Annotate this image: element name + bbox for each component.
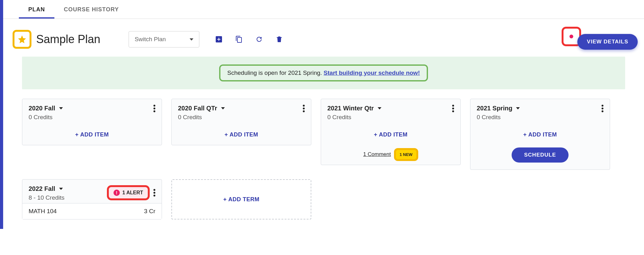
course-row[interactable]: MATH 104 3 Cr: [22, 203, 162, 219]
caret-down-icon: [190, 38, 193, 41]
caret-down-icon[interactable]: [378, 107, 381, 109]
add-item-button[interactable]: + ADD ITEM: [321, 125, 460, 145]
term-menu-button[interactable]: [153, 105, 155, 112]
plus-square-icon: [215, 36, 223, 43]
terms-row-2: 2022 Fall 8 - 10 Credits ! 1 ALERT MATH …: [3, 170, 644, 229]
caret-down-icon[interactable]: [59, 107, 63, 109]
copy-plan-button[interactable]: [235, 35, 243, 44]
switch-plan-dropdown[interactable]: Switch Plan: [129, 31, 199, 47]
term-title: 2020 Fall: [29, 105, 55, 112]
term-menu-button[interactable]: [153, 189, 155, 197]
term-menu-button[interactable]: [452, 105, 454, 112]
tab-course-history[interactable]: COURSE HISTORY: [54, 0, 128, 19]
caret-down-icon[interactable]: [221, 107, 225, 109]
star-icon: [17, 35, 27, 44]
comment-link[interactable]: 1 Comment: [363, 151, 391, 157]
scheduling-banner: Scheduling is open for 2021 Spring. Star…: [22, 57, 625, 89]
add-item-button[interactable]: + ADD ITEM: [22, 125, 162, 145]
add-plan-button[interactable]: [214, 35, 223, 44]
alert-icon: !: [114, 190, 120, 196]
switch-plan-label: Switch Plan: [135, 36, 166, 43]
tab-plan[interactable]: PLAN: [19, 0, 54, 19]
term-card-2021-winter-qtr: 2021 Winter Qtr 0 Credits + ADD ITEM 1 C…: [321, 99, 461, 165]
banner-link[interactable]: Start building your schedule now!: [324, 69, 420, 76]
caret-down-icon[interactable]: [516, 107, 520, 109]
term-card-2020-fall-qtr: 2020 Fall QTr 0 Credits + ADD ITEM: [171, 99, 311, 145]
plan-title: Sample Plan: [36, 33, 100, 46]
alert-badge[interactable]: ! 1 ALERT: [107, 185, 150, 200]
new-badge: 1 NEW: [394, 148, 418, 161]
notification-dot-icon: [569, 35, 573, 38]
term-card-2020-fall: 2020 Fall 0 Credits + ADD ITEM: [22, 99, 162, 145]
alert-text: 1 ALERT: [122, 190, 143, 196]
course-code: MATH 104: [29, 208, 57, 215]
copy-icon: [235, 36, 243, 43]
term-card-2022-fall: 2022 Fall 8 - 10 Credits ! 1 ALERT MATH …: [22, 179, 162, 219]
term-credits: 8 - 10 Credits: [29, 194, 64, 201]
term-menu-button[interactable]: [602, 105, 603, 112]
term-title: 2021 Winter Qtr: [327, 105, 374, 112]
add-term-button[interactable]: + ADD TERM: [171, 179, 311, 219]
term-menu-button[interactable]: [303, 105, 305, 112]
plan-header: Sample Plan Switch Plan VIEW DETAILS: [3, 19, 644, 57]
term-title: 2020 Fall QTr: [178, 105, 217, 112]
term-credits: 0 Credits: [178, 114, 225, 121]
refresh-icon: [255, 36, 263, 43]
view-details-button[interactable]: VIEW DETAILS: [577, 34, 638, 50]
course-credits: 3 Cr: [144, 208, 155, 215]
tabs: PLAN COURSE HISTORY: [3, 0, 644, 19]
term-credits: 0 Credits: [29, 114, 63, 121]
term-credits: 0 Credits: [327, 114, 381, 121]
refresh-button[interactable]: [255, 35, 264, 44]
term-title: 2021 Spring: [477, 105, 512, 112]
banner-text: Scheduling is open for 2021 Spring.: [227, 69, 324, 76]
caret-down-icon[interactable]: [59, 188, 63, 190]
trash-icon: [275, 36, 283, 43]
delete-plan-button[interactable]: [275, 35, 284, 44]
add-item-button[interactable]: + ADD ITEM: [470, 125, 610, 145]
add-item-button[interactable]: + ADD ITEM: [172, 125, 311, 145]
term-card-2021-spring: 2021 Spring 0 Credits + ADD ITEM SCHEDUL…: [470, 99, 610, 170]
term-title: 2022 Fall: [29, 185, 55, 192]
term-credits: 0 Credits: [477, 114, 520, 121]
schedule-button[interactable]: SCHEDULE: [512, 147, 569, 163]
terms-grid: 2020 Fall 0 Credits + ADD ITEM 2020 Fall…: [3, 89, 644, 170]
favorite-star-box[interactable]: [13, 30, 31, 49]
